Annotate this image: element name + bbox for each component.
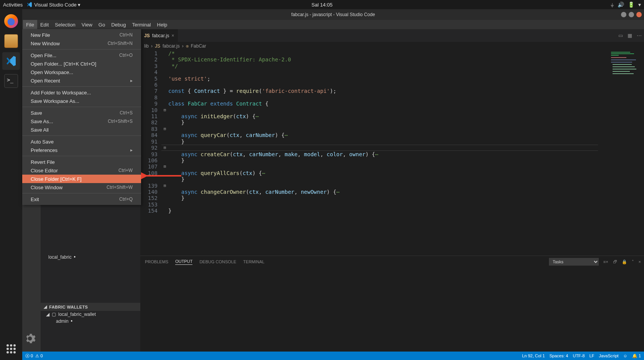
output-channel-select[interactable]: Tasks [549,258,599,266]
launcher-files[interactable] [2,32,20,50]
vscode-icon [5,55,17,67]
file-menu-item[interactable]: Close EditorCtrl+W [22,166,141,175]
menu-go[interactable]: Go [95,20,108,29]
editor-body[interactable]: 1 2 3 4 5 6 7 8 9 10 11 82 83 84 91 92 9… [140,50,644,256]
file-menu-item[interactable]: Add Folder to Workspace... [22,88,141,97]
status-encoding[interactable]: UTF-8 [573,353,585,358]
breadcrumb[interactable]: lib› JS fabcar.js› ⍟ FabCar [140,42,644,50]
sidebar-item-wallet-admin[interactable]: admin• [41,318,140,325]
network-icon[interactable]: ⏚ [611,2,614,8]
status-eol[interactable]: LF [589,353,594,358]
window-titlebar[interactable]: fabcar.js - javascript - Visual Studio C… [22,9,644,20]
launcher-vscode[interactable] [2,52,20,70]
maximize-button[interactable] [629,12,634,17]
sidebar-item-wallet[interactable]: ◢ ▢ local_fabric_wallet [41,311,140,318]
file-menu-item[interactable]: New FileCtrl+N [22,31,141,39]
gutter[interactable]: 1 2 3 4 5 6 7 8 9 10 11 82 83 84 91 92 9… [140,50,161,256]
launcher-terminal[interactable] [2,72,20,90]
status-spaces[interactable]: Spaces: 4 [549,353,568,358]
feedback-icon[interactable]: ☺ [623,353,628,358]
menu-separator [22,193,141,193]
chevron-down-icon: ◢ [46,312,49,317]
status-ln-col[interactable]: Ln 92, Col 1 [522,353,545,358]
file-menu-item[interactable]: SaveCtrl+S [22,109,141,117]
launcher-firefox[interactable] [2,12,20,30]
svg-rect-1 [611,53,634,54]
warning-icon: ⚠ [35,353,39,358]
file-menu-item[interactable]: Close Folder [Ctrl+K F] [22,175,141,183]
file-menu-item[interactable]: Auto Save [22,137,141,146]
lock-scroll-icon[interactable]: 🔒 [622,259,627,264]
minimap-thumb [611,52,642,79]
tab-fabcar-js[interactable]: JS fabcar.js × [140,29,178,42]
js-icon: JS [155,43,160,49]
launcher-apps-grid[interactable] [2,340,20,358]
top-panel-app[interactable]: Visual Studio Code ▾ [26,2,80,8]
close-panel-icon[interactable]: × [639,259,641,264]
menu-selection[interactable]: Selection [52,20,78,29]
minimap[interactable] [606,50,644,256]
file-menu-dropdown: New FileCtrl+NNew WindowCtrl+Shift+NOpen… [22,29,141,205]
editor-area: JS fabcar.js × ▭ ▦ ⋯ lib› JS fabcar.js› … [140,29,644,352]
more-icon[interactable]: ⋯ [637,33,642,38]
file-menu-item[interactable]: Open Recent▸ [22,76,141,85]
file-menu-item[interactable]: Preferences▸ [22,146,141,154]
panel-tab-problems[interactable]: PROBLEMS [145,259,168,264]
svg-rect-6 [613,64,632,65]
panel-tab-terminal[interactable]: TERMINAL [243,259,264,264]
menu-terminal[interactable]: Terminal [129,20,154,29]
power-menu-icon[interactable]: ▾ [638,2,641,8]
gnome-top-panel: Activities Visual Studio Code ▾ Sal 14:0… [0,0,644,9]
settings-gear-icon[interactable] [24,332,36,345]
file-menu-item[interactable]: New WindowCtrl+Shift+N [22,39,141,48]
svg-rect-8 [613,69,636,69]
menu-debug[interactable]: Debug [108,20,129,29]
menu-help[interactable]: Help [154,20,171,29]
panel-body[interactable] [140,268,644,352]
panel-tab-debug-console[interactable]: DEBUG CONSOLE [199,259,236,264]
svg-rect-2 [611,55,619,56]
svg-rect-7 [613,66,635,67]
file-menu-item[interactable]: Save As...Ctrl+Shift+S [22,117,141,126]
menu-file[interactable]: File [23,20,37,29]
file-menu-item[interactable]: Revert File [22,158,141,166]
status-notifications[interactable]: 🔔 1 [632,353,641,358]
file-menu-item[interactable]: Open Folder... [Ctrl+K Ctrl+O] [22,59,141,68]
file-menu-item[interactable]: Open Workspace... [22,68,141,76]
close-window-button[interactable] [636,12,642,17]
split-editor-icon[interactable]: ▭ [618,33,623,38]
status-lang[interactable]: JavaScript [599,353,618,358]
file-menu-item[interactable]: Close WindowCtrl+Shift+W [22,183,141,192]
panel-tab-output[interactable]: OUTPUT [175,259,192,265]
file-menu-item[interactable]: Open File...Ctrl+O [22,51,141,59]
launcher-dock [0,9,22,360]
file-menu-item[interactable]: Save Workspace As... [22,97,141,105]
chevron-down-icon: ◢ [44,304,47,309]
menu-edit[interactable]: Edit [37,20,52,29]
activities-button[interactable]: Activities [3,2,23,8]
maximize-panel-icon[interactable]: ˄ [632,259,634,264]
clear-output-icon[interactable]: ≡× [603,259,608,264]
file-menu-item[interactable]: ExitCtrl+Q [22,195,141,203]
minimize-button[interactable] [621,12,626,17]
layout-icon[interactable]: ▦ [628,33,632,38]
file-menu-item[interactable]: Save All [22,126,141,134]
close-tab-icon[interactable]: × [171,33,174,38]
volume-icon[interactable]: 🔊 [618,2,624,8]
svg-rect-10 [613,73,634,74]
menu-separator [22,86,141,87]
open-log-icon[interactable]: 🗗 [613,259,617,264]
code[interactable]: /* * SPDX-License-Identifier: Apache-2.0… [168,50,606,256]
window-title: fabcar.js - javascript - Visual Studio C… [291,12,375,17]
sidebar-section-fabric-wallets[interactable]: ◢ FABRIC WALLETS [41,303,140,311]
status-bar: ⓧ 0 ⚠ 0 Ln 92, Col 1 Spaces: 4 UTF-8 LF … [22,352,644,360]
js-icon: JS [144,33,150,38]
status-errors[interactable]: ⓧ 0 ⚠ 0 [25,353,43,359]
battery-icon[interactable]: 🔋 [628,2,634,8]
clock[interactable]: Sal 14:05 [312,2,333,8]
svg-rect-4 [611,59,636,60]
wallet-icon: ▢ [52,312,56,317]
menu-view[interactable]: View [79,20,95,29]
fold-column[interactable]: ⊞ ⊞ ⊞ ⊞ ⊞ [161,50,168,256]
sidebar-item-local-fabric[interactable]: local_fabric• [41,254,140,261]
